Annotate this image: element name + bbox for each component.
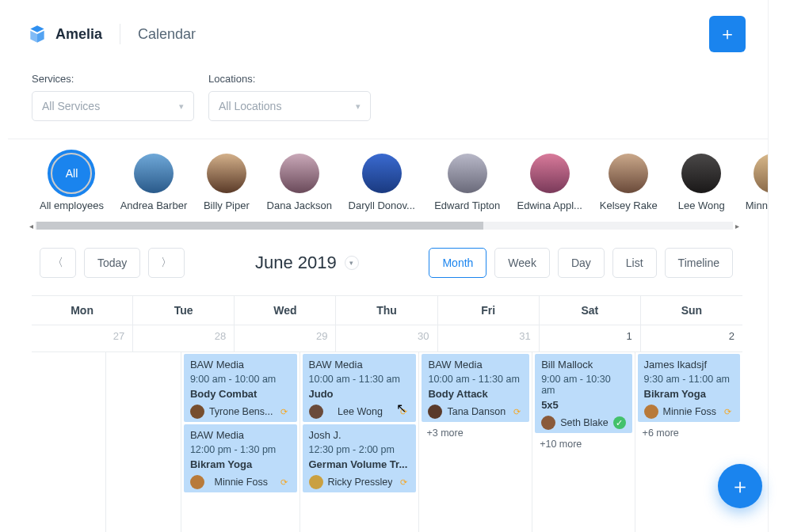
employees-scrollbar[interactable]: ◂ ▸: [27, 221, 741, 230]
day-header: Sun: [641, 296, 742, 325]
employee-name: Billy Piper: [204, 200, 250, 211]
services-placeholder: All Services: [42, 100, 100, 112]
scrollbar-track[interactable]: [35, 222, 733, 230]
prev-button[interactable]: 〈: [40, 248, 76, 278]
services-select[interactable]: All Services ▾: [32, 91, 194, 121]
employee-item[interactable]: Dana Jackson: [270, 154, 329, 211]
day-cell[interactable]: 27: [32, 325, 133, 352]
event-card[interactable]: BAW Media 10:00 am - 11:30 am Judo Lee W…: [303, 354, 417, 422]
day-events-cell[interactable]: James Ikadsjf 9:30 am - 11:00 am Bikram …: [635, 352, 742, 532]
day-events-cell[interactable]: BAW Media 9:00 am - 10:00 am Body Combat…: [181, 352, 300, 532]
employee-name: Edward Tipton: [434, 200, 500, 211]
event-service: German Volume Tr...: [309, 458, 410, 470]
day-events-cell[interactable]: BAW Media 10:00 am - 11:30 am Body Attac…: [419, 352, 532, 532]
employee-item[interactable]: Andrea Barber: [124, 154, 183, 211]
employee-item[interactable]: Edwina Appl...: [521, 154, 579, 211]
event-card[interactable]: James Ikadsjf 9:30 am - 11:00 am Bikram …: [638, 354, 740, 422]
day-number: 2: [729, 330, 734, 342]
scroll-right-icon[interactable]: ▸: [733, 221, 741, 230]
day-cell[interactable]: 30: [336, 325, 437, 352]
event-card[interactable]: BAW Media 10:00 am - 11:30 am Body Attac…: [422, 354, 529, 422]
fab-add-button[interactable]: ＋: [718, 464, 762, 508]
view-list-button[interactable]: List: [612, 248, 657, 278]
event-employee: Minnie Foss: [209, 477, 273, 488]
new-button[interactable]: ＋: [709, 16, 746, 52]
day-number: 31: [519, 330, 530, 342]
day-number: 27: [113, 330, 124, 342]
day-events-cell[interactable]: Bill Mallock 9:00 am - 10:30 am 5x5 Seth…: [532, 352, 635, 532]
calendar-grid: Mon Tue Wed Thu Fri Sat Sun 27 28 29 30 …: [32, 295, 742, 532]
today-button[interactable]: Today: [84, 248, 140, 278]
employee-item[interactable]: Daryll Donov...: [349, 154, 414, 211]
calendar-title: June 2019 ▾: [185, 253, 429, 273]
employee-item[interactable]: Lee Wong: [678, 154, 725, 211]
employee-all[interactable]: All All employees: [40, 154, 104, 211]
title-dropdown-button[interactable]: ▾: [345, 256, 359, 270]
employee-name: Lee Wong: [678, 200, 725, 211]
status-pending-icon: ⟳: [278, 405, 291, 418]
event-employee: Seth Blake: [560, 417, 608, 428]
employee-item[interactable]: Kelsey Rake: [600, 154, 658, 211]
locations-placeholder: All Locations: [219, 100, 281, 112]
day-events-cell[interactable]: [32, 352, 106, 532]
day-cell[interactable]: 28: [133, 325, 235, 352]
day-header: Wed: [235, 296, 336, 325]
day-number: 30: [418, 330, 429, 342]
avatar: [609, 154, 648, 193]
event-card[interactable]: BAW Media 12:00 pm - 1:30 pm Bikram Yoga…: [184, 424, 297, 492]
avatar: [754, 154, 768, 193]
more-events-link[interactable]: +10 more: [535, 435, 631, 453]
brand-logo-icon: [27, 24, 48, 44]
day-cell[interactable]: 31: [438, 325, 540, 352]
plus-icon: ＋: [730, 473, 750, 500]
day-header: Sat: [540, 296, 641, 325]
day-header: Mon: [32, 296, 133, 325]
view-month-button[interactable]: Month: [429, 248, 486, 278]
employees-strip: All All employees Andrea Barber Billy Pi…: [0, 139, 768, 216]
next-button[interactable]: 〉: [148, 248, 185, 278]
event-service: Bikram Yoga: [644, 388, 734, 400]
event-employee: Minnie Foss: [663, 406, 716, 417]
scroll-left-icon[interactable]: ◂: [27, 221, 35, 230]
event-employee: Tyrone Bens...: [209, 406, 273, 417]
event-service: 5x5: [541, 399, 625, 411]
locations-select[interactable]: All Locations ▾: [208, 91, 371, 121]
avatar: [448, 154, 487, 193]
event-time: 12:30 pm - 2:00 pm: [309, 444, 410, 455]
view-week-button[interactable]: Week: [494, 248, 550, 278]
event-card[interactable]: Josh J. 12:30 pm - 2:00 pm German Volume…: [303, 424, 417, 492]
day-cell[interactable]: 29: [235, 325, 336, 352]
event-employee: Tana Danson: [447, 406, 506, 417]
employee-item[interactable]: Billy Piper: [204, 154, 250, 211]
more-events-link[interactable]: +6 more: [638, 424, 740, 442]
employee-item[interactable]: Minnie Foss: [746, 154, 768, 211]
event-service: Bikram Yoga: [190, 458, 291, 470]
avatar: [362, 154, 402, 193]
employee-name: Andrea Barber: [120, 200, 188, 211]
day-header: Thu: [336, 296, 437, 325]
day-cell[interactable]: 1: [540, 325, 641, 352]
calendar-title-text: June 2019: [255, 253, 337, 273]
avatar-all: All: [48, 150, 95, 197]
event-time: 12:00 pm - 1:30 pm: [190, 444, 291, 455]
event-card[interactable]: Bill Mallock 9:00 am - 10:30 am 5x5 Seth…: [535, 354, 631, 433]
view-timeline-button[interactable]: Timeline: [665, 248, 733, 278]
employee-item[interactable]: Edward Tipton: [435, 154, 500, 211]
scrollbar-thumb[interactable]: [36, 222, 483, 230]
chevron-down-icon: ▾: [356, 101, 361, 112]
event-service: Body Combat: [190, 388, 291, 400]
avatar: [280, 154, 319, 193]
more-events-link[interactable]: +3 more: [422, 424, 529, 442]
avatar: [309, 405, 323, 419]
avatar: [530, 154, 570, 193]
view-day-button[interactable]: Day: [558, 248, 605, 278]
day-number: 29: [316, 330, 327, 342]
event-card[interactable]: BAW Media 9:00 am - 10:00 am Body Combat…: [184, 354, 297, 422]
avatar: [309, 475, 323, 489]
event-service: Body Attack: [428, 388, 523, 400]
day-events-cell[interactable]: BAW Media 10:00 am - 11:30 am Judo Lee W…: [300, 352, 420, 532]
day-events-cell[interactable]: [106, 352, 181, 532]
day-cell[interactable]: 2: [641, 325, 742, 352]
avatar: [541, 416, 555, 430]
status-pending-icon: ⟳: [397, 405, 410, 418]
